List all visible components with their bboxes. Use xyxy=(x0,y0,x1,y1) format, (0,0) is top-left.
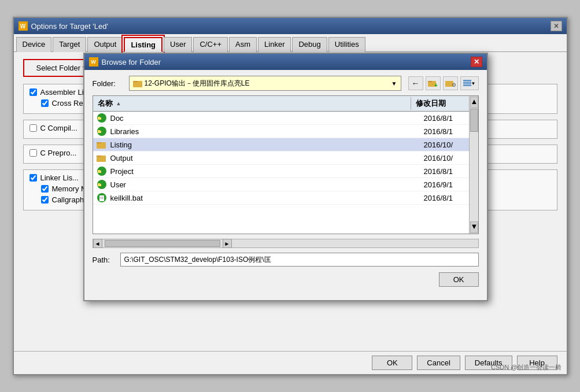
file-list-header: 名称 ▲ 修改日期 xyxy=(93,96,478,112)
watermark: CSDN @创造一会读一椅 xyxy=(491,363,561,372)
ok-row: OK xyxy=(93,272,479,287)
tab-output[interactable]: Output xyxy=(87,37,123,52)
c-preprocessor-checkbox[interactable] xyxy=(29,149,37,157)
sort-arrow-icon: ▲ xyxy=(116,101,121,106)
file-item[interactable]: keilkill.bat 2016/8/1 xyxy=(93,191,478,205)
tab-cpp[interactable]: C/C++ xyxy=(193,37,228,52)
tab-user[interactable]: User xyxy=(164,37,192,52)
file-item[interactable]: Doc 2016/8/1 xyxy=(93,112,478,125)
tab-debug[interactable]: Debug xyxy=(292,37,327,52)
assembler-checkbox[interactable] xyxy=(29,88,37,96)
svg-rect-7 xyxy=(463,80,471,82)
h-scroll-right[interactable]: ► xyxy=(223,239,232,248)
svg-rect-15 xyxy=(98,117,100,117)
scroll-down-button[interactable]: ▼ xyxy=(470,221,478,233)
green-folder-icon xyxy=(97,127,107,136)
file-item[interactable]: Listing 2016/10/ xyxy=(93,138,478,151)
svg-rect-14 xyxy=(98,117,101,120)
dialog-icon: W xyxy=(89,57,98,66)
tab-utilities[interactable]: Utilities xyxy=(328,37,365,52)
close-button[interactable]: ✕ xyxy=(551,21,562,31)
dialog-title-left: W Browse for Folder xyxy=(89,57,161,66)
file-name-text: Output xyxy=(110,154,133,162)
svg-rect-36 xyxy=(98,184,101,186)
callgraph-checkbox[interactable] xyxy=(41,196,49,204)
dialog-body: Folder: 12-GPIO输出－使用固件库点亮LE ▼ ← xyxy=(84,70,487,293)
tab-target[interactable]: Target xyxy=(53,37,86,52)
dialog-title: Browse for Folder xyxy=(102,58,161,66)
svg-rect-31 xyxy=(98,170,100,171)
linker-label: Linker Lis... xyxy=(40,173,79,182)
scroll-up-button[interactable]: ▲ xyxy=(470,97,478,108)
h-scroll-left[interactable]: ◄ xyxy=(93,239,102,248)
tab-linker[interactable]: Linker xyxy=(258,37,291,52)
tab-listing[interactable]: Listing xyxy=(124,37,162,52)
callgraph-label: Callgraph xyxy=(52,195,84,204)
svg-rect-30 xyxy=(98,171,101,173)
dialog-toolbar-icons: ← + ⚙ xyxy=(408,76,479,90)
linker-checkbox[interactable] xyxy=(29,174,37,182)
svg-rect-8 xyxy=(463,82,471,84)
cross-ref-checkbox[interactable] xyxy=(41,99,49,107)
dialog-ok-button[interactable]: OK xyxy=(439,272,479,287)
svg-rect-3 xyxy=(428,81,432,82)
file-list-body[interactable]: Doc 2016/8/1 Libraries 2016/8/1 xyxy=(93,112,478,233)
folder-icon xyxy=(97,140,107,149)
title-bar-left: W Options for Target 'Led' xyxy=(19,21,108,31)
file-name-text: Libraries xyxy=(110,127,139,136)
path-input[interactable] xyxy=(120,253,479,267)
dropdown-arrow: ▼ xyxy=(391,80,397,87)
svg-rect-21 xyxy=(98,130,100,131)
memory-map-checkbox[interactable] xyxy=(41,185,49,193)
h-scroll-thumb[interactable] xyxy=(105,240,220,247)
c-compiler-label: C Compil... xyxy=(40,124,77,132)
c-compiler-checkbox[interactable] xyxy=(29,124,37,132)
folder-row: Folder: 12-GPIO输出－使用固件库点亮LE ▼ ← xyxy=(93,76,479,91)
new-folder-button[interactable]: + xyxy=(426,76,441,90)
folder-options-button[interactable]: ⚙ xyxy=(443,76,458,90)
file-item-name: Libraries xyxy=(93,127,420,136)
tab-asm[interactable]: Asm xyxy=(229,37,257,52)
dialog-close-button[interactable]: ✕ xyxy=(471,57,482,67)
file-item-name: Listing xyxy=(93,140,420,149)
view-menu-button[interactable]: ▼ xyxy=(460,76,479,90)
cancel-button[interactable]: Cancel xyxy=(417,356,460,370)
file-item[interactable]: User 2016/9/1 xyxy=(93,178,478,191)
file-item[interactable]: Libraries 2016/8/1 xyxy=(93,125,478,138)
folder-label: Folder: xyxy=(93,79,124,88)
dialog-title-bar: W Browse for Folder ✕ xyxy=(84,54,487,70)
folder-icon xyxy=(133,79,142,87)
folder-options-icon: ⚙ xyxy=(445,79,456,88)
vertical-scrollbar[interactable]: ▲ ▼ xyxy=(469,96,478,234)
file-icon xyxy=(97,193,107,202)
bottom-bar: OK Cancel Defaults Help xyxy=(14,351,567,374)
horizontal-scrollbar[interactable]: ◄ ► xyxy=(93,239,479,248)
file-item-name: keilkill.bat xyxy=(93,193,420,202)
file-name-text: Listing xyxy=(110,140,132,149)
file-item[interactable]: Output 2016/10/ xyxy=(93,151,478,165)
col-date-header: 修改日期 xyxy=(411,97,469,110)
svg-rect-22 xyxy=(97,142,106,149)
browse-folder-dialog: W Browse for Folder ✕ Folder: 12-GPIO输出－… xyxy=(83,53,488,301)
file-name-text: keilkill.bat xyxy=(110,194,143,202)
c-preprocessor-label: C Prepro... xyxy=(40,149,77,157)
path-label: Path: xyxy=(93,256,116,264)
view-icon xyxy=(463,80,471,87)
file-item-name: Project xyxy=(93,167,420,176)
file-name-text: Project xyxy=(110,167,134,176)
tab-device[interactable]: Device xyxy=(16,37,52,52)
file-list-container: 名称 ▲ 修改日期 Doc xyxy=(93,95,479,234)
tab-bar: Device Target Output Listing User C/C++ … xyxy=(14,34,567,52)
svg-text:⚙: ⚙ xyxy=(452,82,456,88)
svg-text:+: + xyxy=(434,82,438,88)
ok-button[interactable]: OK xyxy=(372,356,412,370)
app-icon: W xyxy=(19,21,28,31)
scroll-thumb[interactable] xyxy=(470,109,478,132)
back-arrow-button[interactable]: ← xyxy=(408,76,423,90)
path-row: Path: xyxy=(93,253,479,267)
folder-dropdown[interactable]: 12-GPIO输出－使用固件库点亮LE ▼ xyxy=(129,76,401,91)
folder-icon xyxy=(97,153,107,162)
green-folder-icon xyxy=(97,167,107,176)
file-item[interactable]: Project 2016/8/1 xyxy=(93,165,478,178)
svg-rect-24 xyxy=(97,156,106,162)
